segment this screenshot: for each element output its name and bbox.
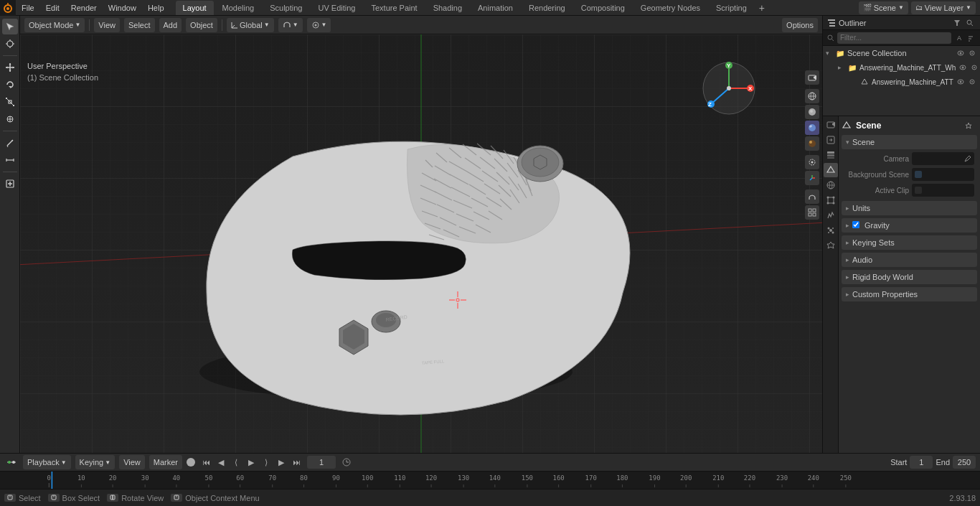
workspace-tab-layout[interactable]: Layout (176, 1, 214, 15)
view-menu[interactable]: View (94, 18, 120, 32)
menu-window[interactable]: Window (103, 0, 142, 16)
scene-tab[interactable] (824, 163, 838, 177)
workspace-tab-uv-editing[interactable]: UV Editing (311, 1, 362, 15)
select-tool-button[interactable] (2, 19, 18, 34)
move-tool-button[interactable] (2, 60, 18, 75)
scene-selector[interactable]: 🎬 Scene ▼ (859, 1, 908, 14)
quad-view-button[interactable] (805, 205, 819, 220)
jump-to-start-btn[interactable]: ⏮ (199, 456, 212, 469)
tree-item-answering-machine-wh[interactable]: ▸ 📁 Answering_Machine_ATT_Wh (823, 60, 980, 75)
camera-field[interactable] (912, 152, 974, 165)
timeline-editor-type-btn[interactable] (4, 455, 19, 469)
workspace-tab-animation[interactable]: Animation (471, 1, 520, 15)
options-button[interactable]: Options (782, 18, 818, 32)
view-timeline-btn[interactable]: View (119, 455, 145, 469)
gravity-section-header[interactable]: ▸ Gravity (842, 218, 977, 233)
workspace-tab-compositing[interactable]: Compositing (574, 1, 632, 15)
cursor-tool-button[interactable] (2, 36, 18, 52)
workspace-tab-shading[interactable]: Shading (426, 1, 469, 15)
active-clip-field[interactable] (912, 184, 974, 197)
particles-tab[interactable] (824, 223, 838, 238)
menu-edit[interactable]: Edit (40, 0, 65, 16)
gizmo-toggle-button[interactable] (805, 171, 819, 185)
next-frame-btn[interactable]: ▶ (275, 456, 288, 469)
view-layer-selector[interactable]: 🗂 View Layer ▼ (911, 1, 976, 14)
prev-keyframe-btn[interactable]: ⟨ (230, 456, 242, 469)
tree-item-answering-machine[interactable]: ▸ Answering_Machine_ATT (823, 75, 980, 89)
menu-help[interactable]: Help (142, 0, 170, 16)
rigid-body-header[interactable]: ▸ Rigid Body World (842, 270, 977, 284)
viewport[interactable]: Object Mode ▼ View Select Add Object Glo… (20, 16, 822, 453)
am-wh-visibility-btn[interactable] (958, 62, 968, 72)
am-visibility-btn[interactable] (956, 77, 966, 87)
physics-tab[interactable] (824, 238, 838, 253)
toggle-camera-view[interactable] (805, 70, 819, 85)
outliner-sort-btn[interactable] (966, 33, 976, 43)
transform-tool-button[interactable] (2, 111, 18, 127)
select-menu[interactable]: Select (124, 18, 155, 32)
render-tab[interactable] (824, 118, 838, 132)
output-tab[interactable] (824, 133, 838, 147)
world-tab[interactable] (824, 178, 838, 192)
playback-btn[interactable]: Playback ▼ (23, 455, 71, 469)
workspace-tab-scripting[interactable]: Scripting (709, 1, 754, 15)
keying-sets-header[interactable]: ▸ Keying Sets (842, 235, 977, 250)
viewport-gizmo[interactable]: Y X Z (700, 60, 758, 117)
audio-section-header[interactable]: ▸ Audio (842, 253, 977, 267)
view-layer-tab[interactable] (824, 148, 838, 162)
object-mode-selector[interactable]: Object Mode ▼ (24, 18, 85, 32)
scale-tool-button[interactable] (2, 94, 18, 110)
menu-file[interactable]: File (16, 0, 40, 16)
jump-to-end-btn[interactable]: ⏭ (290, 456, 303, 469)
workspace-tab-modeling[interactable]: Modeling (215, 1, 262, 15)
start-frame-input[interactable]: 1 (910, 456, 933, 469)
outliner-search-btn[interactable] (964, 17, 976, 29)
units-section-header[interactable]: ▸ Units (842, 201, 977, 215)
current-frame-input[interactable]: 1 (307, 456, 336, 469)
am-wh-render-btn[interactable] (969, 62, 979, 72)
workspace-tab-rendering[interactable]: Rendering (522, 1, 573, 15)
object-menu[interactable]: Object (186, 18, 217, 32)
viewport-canvas[interactable]: RECORD TAPE FULL User Perspective (1) Sc… (20, 34, 822, 453)
play-btn[interactable]: ▶ (245, 456, 258, 469)
props-pin-btn[interactable] (963, 120, 974, 131)
am-render-btn[interactable] (967, 77, 977, 87)
menu-render[interactable]: Render (65, 0, 103, 16)
timeline-ruler[interactable]: 0 10 20 30 40 50 60 70 80 90 1 (0, 472, 980, 489)
transform-orientation[interactable]: Global ▼ (227, 18, 274, 32)
gravity-checkbox[interactable] (852, 221, 859, 228)
workspace-tab-geometry-nodes[interactable]: Geometry Nodes (633, 1, 707, 15)
marker-btn[interactable]: Marker (149, 455, 182, 469)
end-frame-input[interactable]: 250 (953, 456, 976, 469)
add-workspace-button[interactable]: + (755, 1, 768, 14)
prev-frame-btn[interactable]: ◀ (215, 456, 227, 469)
solid-mode-button[interactable] (805, 105, 819, 119)
background-scene-field[interactable] (912, 168, 974, 181)
workspace-tab-texture-paint[interactable]: Texture Paint (364, 1, 424, 15)
overlay-toggle-button[interactable] (805, 155, 819, 169)
annotate-tool-button[interactable] (2, 135, 18, 151)
scene-section-header[interactable]: ▾ Scene (842, 135, 977, 149)
snap-settings-button[interactable] (805, 189, 819, 204)
proportional-editing[interactable]: ▼ (307, 18, 331, 32)
rotate-tool-button[interactable] (2, 77, 18, 93)
custom-props-header[interactable]: ▸ Custom Properties (842, 287, 977, 301)
outliner-filter-btn[interactable] (951, 17, 963, 29)
timestamp-toggle-btn[interactable] (340, 456, 353, 469)
workspace-tab-sculpting[interactable]: Sculpting (263, 1, 309, 15)
add-tool-button[interactable] (2, 176, 18, 192)
material-preview-button[interactable] (805, 121, 819, 135)
keying-btn[interactable]: Keying ▼ (75, 455, 116, 469)
scene-render-btn[interactable] (967, 48, 977, 58)
object-tab[interactable] (824, 193, 838, 207)
snap-button[interactable]: ▼ (278, 18, 303, 32)
outliner-all-scenes-btn[interactable]: A (954, 33, 964, 43)
rendered-mode-button[interactable] (805, 136, 819, 151)
outliner-search-input[interactable] (837, 32, 951, 44)
tree-item-scene-collection[interactable]: ▾ 📁 Scene Collection (823, 46, 980, 60)
wireframe-mode-button[interactable] (805, 89, 819, 103)
modifier-tab[interactable] (824, 208, 838, 222)
add-menu[interactable]: Add (159, 18, 182, 32)
next-keyframe-btn[interactable]: ⟩ (260, 456, 273, 469)
scene-visibility-btn[interactable] (956, 48, 966, 58)
